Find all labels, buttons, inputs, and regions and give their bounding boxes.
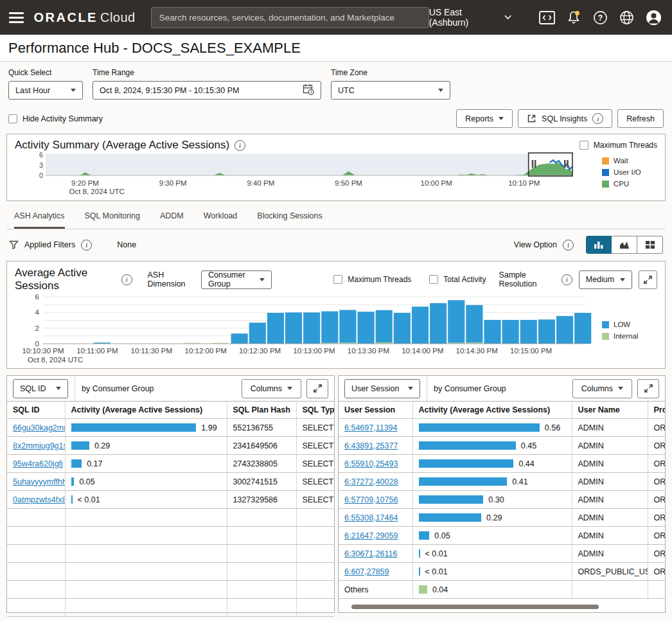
- svg-text:Oct 8, 2024 UTC: Oct 8, 2024 UTC: [28, 356, 83, 364]
- time-range-input[interactable]: Oct 8, 2024, 9:15:30 PM - 10:15:30 PM: [93, 81, 321, 100]
- svg-text:?: ?: [598, 13, 603, 22]
- activity-bar: [419, 567, 420, 576]
- info-icon[interactable]: i: [81, 240, 92, 251]
- checkbox[interactable]: [8, 114, 17, 123]
- cloud-shell-icon[interactable]: [539, 9, 555, 26]
- activity-value: 0.45: [521, 441, 536, 450]
- svg-text:10:10 PM: 10:10 PM: [508, 179, 540, 187]
- sql-id-link[interactable]: 0atmpzwts4fx8: [13, 495, 65, 504]
- view-bar-chart-button[interactable]: [586, 236, 612, 254]
- user-session-link[interactable]: 6:43891,25377: [344, 441, 398, 450]
- refresh-button[interactable]: Refresh: [617, 109, 664, 128]
- sql-id-link[interactable]: 66gu30kag2mr7: [13, 423, 65, 432]
- activity-bar: [71, 441, 89, 450]
- user-avatar[interactable]: [646, 9, 662, 26]
- activity-summary-chart[interactable]: 6309:20 PM9:30 PM9:40 PM9:50 PM10:00 PM1…: [15, 152, 593, 199]
- right-expand-button[interactable]: [637, 379, 659, 398]
- tab-blocking-sessions[interactable]: Blocking Sessions: [257, 211, 322, 229]
- user-session-link[interactable]: 6:37272,40028: [344, 477, 398, 486]
- global-search-input[interactable]: Search resources, services, documentatio…: [151, 7, 429, 28]
- user-session-link[interactable]: 6:55910,25493: [344, 459, 398, 468]
- caret-down-icon: [287, 387, 292, 390]
- legend-item: Internal: [602, 332, 638, 340]
- legend-swatch: [602, 321, 609, 328]
- user-session-link[interactable]: 6:30671,26116: [344, 549, 398, 558]
- svg-text:4: 4: [35, 308, 40, 316]
- checkbox[interactable]: [429, 275, 438, 284]
- info-icon[interactable]: i: [563, 240, 574, 251]
- total-activity-checkbox[interactable]: Total Activity: [429, 275, 486, 284]
- activity-bar: [419, 585, 427, 594]
- time-zone-dropdown[interactable]: UTC: [331, 81, 450, 100]
- help-icon[interactable]: ?: [592, 9, 608, 26]
- oracle-cloud-logo[interactable]: ORACLECloud: [34, 10, 136, 25]
- sql-insights-button[interactable]: SQL Insights i: [518, 109, 612, 128]
- svg-text:9:50 PM: 9:50 PM: [335, 179, 362, 187]
- activity-bar: [419, 531, 430, 540]
- tab-sql-monitoring[interactable]: SQL Monitoring: [85, 211, 140, 229]
- left-expand-button[interactable]: [306, 379, 328, 398]
- svg-text:10:00 PM: 10:00 PM: [421, 179, 452, 187]
- checkbox[interactable]: [333, 275, 342, 284]
- region-selector[interactable]: US East (Ashburn): [429, 7, 511, 28]
- sql-id-link[interactable]: 95w4ra620jgfj: [13, 459, 63, 468]
- activity-value: < 0.01: [425, 549, 448, 558]
- bar-chart-icon: [594, 240, 604, 249]
- sql-id-link[interactable]: 5uhavyyymffhh: [13, 477, 65, 486]
- user-session-link[interactable]: 6:54697,11394: [344, 423, 398, 432]
- tab-ash-analytics[interactable]: ASH Analytics: [14, 211, 65, 229]
- horizontal-scrollbar-thumb[interactable]: [351, 605, 599, 609]
- empty-table-row: [7, 545, 334, 563]
- tab-workload[interactable]: Workload: [204, 211, 238, 229]
- user-session-link[interactable]: 6:55308,17464: [344, 513, 398, 522]
- filter-funnel-icon: [9, 240, 19, 249]
- svg-text:10:12:30 PM: 10:12:30 PM: [239, 347, 281, 355]
- ash-dimension-dropdown[interactable]: Consumer Group: [201, 270, 272, 289]
- table-row: 8x2mmjug9g1su0.292341649506SELECT: [7, 437, 334, 455]
- sql-id-link[interactable]: 8x2mmjug9g1su: [13, 441, 65, 450]
- page-title: Performance Hub - DOCS_SALES_EXAMPLE: [8, 40, 301, 57]
- svg-text:2: 2: [35, 324, 39, 332]
- checkbox[interactable]: [579, 141, 588, 150]
- user-session-link[interactable]: 6:57709,10756: [344, 495, 398, 504]
- activity-bar: [419, 423, 540, 432]
- empty-table-row: [7, 581, 334, 599]
- view-grid-button[interactable]: [637, 236, 663, 254]
- left-columns-button[interactable]: Columns: [242, 379, 301, 398]
- quick-select-dropdown[interactable]: Last Hour: [8, 81, 83, 100]
- hide-activity-summary-checkbox[interactable]: Hide Activity Summary: [8, 114, 103, 123]
- user-session-link[interactable]: 6:607,27859: [344, 567, 389, 576]
- table-row: 6:54697,113940.56ADMINORDS_: [339, 419, 666, 437]
- maximum-threads-checkbox[interactable]: Maximum Threads: [579, 141, 657, 150]
- col-header-activity: Activity (Average Active Sessions): [412, 402, 572, 419]
- activity-value: 1.99: [201, 423, 217, 432]
- info-icon[interactable]: i: [592, 113, 603, 124]
- right-dimension-dropdown[interactable]: User Session: [344, 379, 420, 398]
- view-area-chart-button[interactable]: [612, 236, 637, 254]
- view-option-group: [586, 236, 663, 254]
- left-dimension-dropdown[interactable]: SQL ID: [13, 379, 68, 398]
- tab-addm[interactable]: ADDM: [160, 211, 184, 229]
- info-icon[interactable]: i: [121, 274, 132, 285]
- info-icon[interactable]: i: [234, 140, 245, 151]
- right-columns-button[interactable]: Columns: [572, 379, 632, 398]
- search-placeholder: Search resources, services, documentatio…: [159, 13, 394, 22]
- calendar-clock-icon[interactable]: [303, 84, 314, 97]
- time-zone-label: Time Zone: [331, 68, 450, 77]
- average-active-sessions-chart[interactable]: 024610:10:30 PM10:11:00 PM10:11:30 PM10:…: [15, 292, 593, 368]
- menu-icon[interactable]: [9, 12, 24, 23]
- legend-swatch: [602, 181, 609, 188]
- aas-maximum-threads-checkbox[interactable]: Maximum Threads: [333, 275, 411, 284]
- col-header-user-name: User Name: [572, 402, 648, 419]
- activity-bar: [419, 495, 484, 504]
- sample-resolution-dropdown[interactable]: Medium: [579, 270, 633, 289]
- notifications-bell-icon[interactable]: [566, 9, 581, 26]
- expand-chart-button[interactable]: [639, 270, 657, 289]
- activity-bar: [419, 477, 508, 486]
- language-globe-icon[interactable]: [619, 9, 635, 26]
- reports-button[interactable]: Reports: [456, 109, 513, 128]
- info-icon[interactable]: i: [561, 274, 572, 285]
- activity-summary-panel: Activity Summary (Average Active Session…: [6, 134, 666, 201]
- empty-table-row: [7, 563, 334, 581]
- user-session-link[interactable]: 6:21647,29059: [344, 531, 398, 540]
